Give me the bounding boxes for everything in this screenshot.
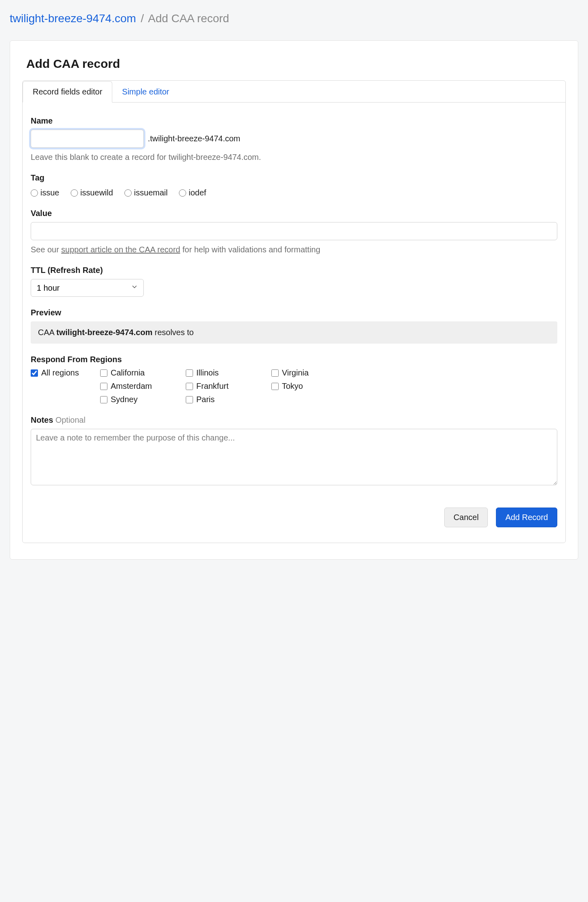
region-all-label: All regions — [41, 368, 79, 378]
region-california[interactable]: California — [100, 368, 181, 378]
region-tokyo[interactable]: Tokyo — [271, 382, 352, 391]
region-label: Tokyo — [282, 382, 303, 391]
preview-box: CAA twilight-breeze-9474.com resolves to — [31, 321, 557, 344]
value-help-prefix: See our — [31, 245, 61, 254]
tag-radio-issuemail[interactable] — [124, 189, 132, 197]
field-notes: Notes Optional — [31, 415, 557, 487]
form-card: Add CAA record Record fields editor Simp… — [10, 40, 578, 560]
tag-radio-iodef[interactable] — [179, 189, 186, 197]
tag-option-issuewild[interactable]: issuewild — [71, 188, 113, 197]
region-checkbox[interactable] — [271, 369, 279, 377]
tab-simple-editor[interactable]: Simple editor — [112, 81, 179, 103]
panel-record-fields: Name .twilight-breeze-9474.com Leave thi… — [23, 103, 565, 543]
tag-radio-issuewild[interactable] — [71, 189, 78, 197]
name-suffix: .twilight-breeze-9474.com — [148, 134, 240, 143]
page-title: Add CAA record — [26, 57, 566, 71]
breadcrumb-current: Add CAA record — [148, 12, 229, 25]
field-value: Value See our support article on the CAA… — [31, 209, 557, 254]
region-checkbox[interactable] — [100, 396, 107, 403]
region-label: Paris — [196, 395, 215, 404]
region-label: Illinois — [196, 368, 219, 378]
preview-suffix: resolves to — [152, 328, 193, 337]
region-paris[interactable]: Paris — [186, 395, 267, 404]
tag-label: Tag — [31, 173, 557, 182]
tag-option-iodef[interactable]: iodef — [179, 188, 206, 197]
name-help-text: Leave this blank to create a record for … — [31, 153, 557, 162]
tab-bar: Record fields editor Simple editor — [23, 81, 565, 103]
preview-domain: twilight-breeze-9474.com — [57, 328, 153, 337]
region-sydney[interactable]: Sydney — [100, 395, 181, 404]
name-input[interactable] — [31, 130, 144, 148]
notes-label-text: Notes — [31, 415, 53, 424]
tag-radio-issue[interactable] — [31, 189, 38, 197]
notes-optional-text: Optional — [55, 415, 86, 424]
region-all[interactable]: All regions — [31, 368, 95, 378]
add-record-button[interactable]: Add Record — [496, 508, 557, 527]
name-label: Name — [31, 116, 557, 126]
notes-label: Notes Optional — [31, 415, 557, 425]
value-help-text: See our support article on the CAA recor… — [31, 245, 557, 254]
region-label: Amsterdam — [111, 382, 152, 391]
notes-textarea[interactable] — [31, 429, 557, 485]
breadcrumb: twilight-breeze-9474.com / Add CAA recor… — [10, 10, 578, 27]
region-checkbox[interactable] — [271, 383, 279, 390]
region-label: California — [111, 368, 145, 378]
region-checkbox[interactable] — [186, 383, 193, 390]
form-actions: Cancel Add Record — [31, 508, 557, 527]
field-name: Name .twilight-breeze-9474.com Leave thi… — [31, 116, 557, 162]
region-amsterdam[interactable]: Amsterdam — [100, 382, 181, 391]
value-label: Value — [31, 209, 557, 218]
tag-option-issuemail[interactable]: issuemail — [124, 188, 168, 197]
region-label: Frankfurt — [196, 382, 229, 391]
region-label: Virginia — [282, 368, 309, 378]
tag-option-label: issuemail — [134, 188, 168, 197]
preview-prefix: CAA — [38, 328, 57, 337]
tab-record-fields-editor[interactable]: Record fields editor — [23, 81, 112, 103]
tag-option-label: issuewild — [80, 188, 113, 197]
tab-container: Record fields editor Simple editor Name … — [22, 80, 566, 543]
region-checkbox[interactable] — [100, 383, 107, 390]
value-help-suffix: for help with validations and formatting — [180, 245, 320, 254]
region-label: Sydney — [111, 395, 138, 404]
tag-option-label: iodef — [189, 188, 206, 197]
value-help-link[interactable]: support article on the CAA record — [61, 245, 181, 254]
field-regions: Respond From Regions All regions Califor… — [31, 355, 557, 404]
tag-option-label: issue — [40, 188, 59, 197]
value-input[interactable] — [31, 222, 557, 240]
ttl-select[interactable]: 1 hour — [31, 279, 144, 297]
region-frankfurt[interactable]: Frankfurt — [186, 382, 267, 391]
region-all-checkbox[interactable] — [31, 369, 38, 377]
region-checkbox[interactable] — [186, 369, 193, 377]
field-tag: Tag issue issuewild issuemail — [31, 173, 557, 197]
breadcrumb-separator: / — [141, 12, 144, 25]
region-virginia[interactable]: Virginia — [271, 368, 352, 378]
breadcrumb-domain-link[interactable]: twilight-breeze-9474.com — [10, 12, 136, 25]
region-checkbox[interactable] — [186, 396, 193, 403]
regions-label: Respond From Regions — [31, 355, 557, 364]
preview-label: Preview — [31, 308, 557, 317]
region-checkbox[interactable] — [100, 369, 107, 377]
cancel-button[interactable]: Cancel — [444, 508, 488, 527]
tag-option-issue[interactable]: issue — [31, 188, 59, 197]
field-ttl: TTL (Refresh Rate) 1 hour — [31, 266, 557, 297]
field-preview: Preview CAA twilight-breeze-9474.com res… — [31, 308, 557, 344]
ttl-label: TTL (Refresh Rate) — [31, 266, 557, 275]
region-illinois[interactable]: Illinois — [186, 368, 267, 378]
